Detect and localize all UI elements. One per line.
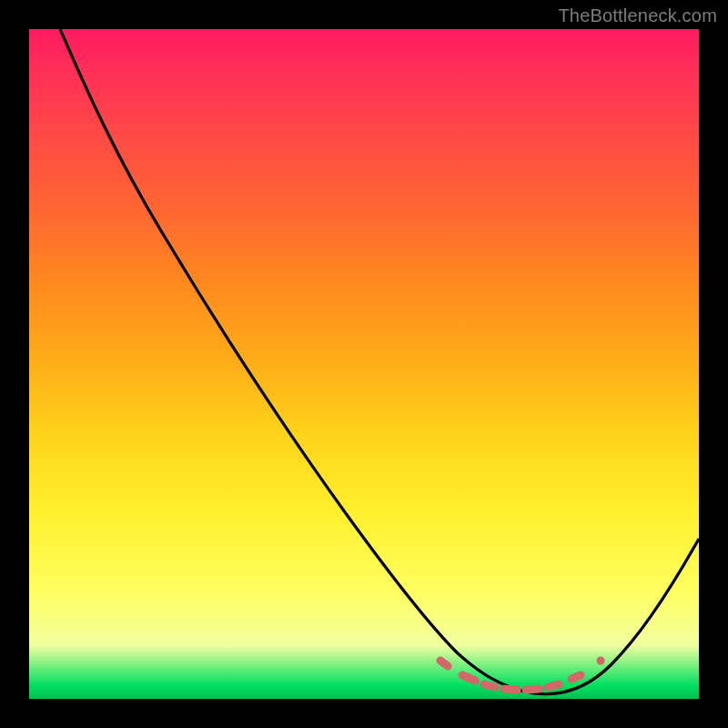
- bottleneck-curve: [60, 29, 699, 694]
- svg-line-5: [548, 684, 559, 687]
- svg-line-3: [504, 689, 517, 690]
- svg-point-7: [597, 657, 605, 665]
- watermark-text: TheBottleneck.com: [558, 5, 717, 26]
- svg-line-6: [571, 675, 581, 679]
- plot-area: [29, 29, 699, 699]
- svg-line-4: [526, 689, 539, 690]
- svg-line-1: [462, 675, 475, 681]
- svg-line-2: [484, 684, 495, 687]
- svg-line-0: [440, 661, 448, 666]
- chart-frame: TheBottleneck.com: [0, 0, 728, 728]
- chart-svg: [29, 29, 699, 699]
